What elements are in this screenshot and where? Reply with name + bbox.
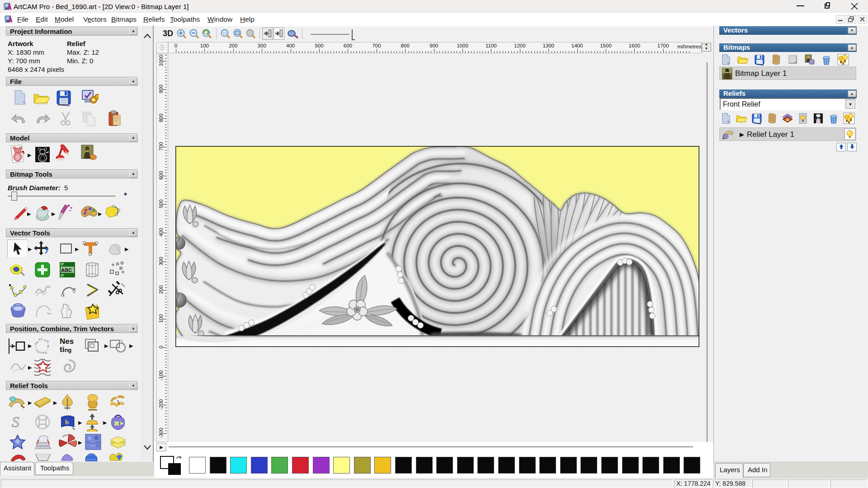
svg-text:ting: ting — [60, 345, 71, 354]
svg-text:1:1: 1:1 — [223, 32, 227, 35]
svg-text:o n: o n — [44, 338, 50, 343]
svg-text:S: S — [12, 413, 19, 430]
svg-text:r v e: r v e — [41, 351, 47, 354]
svg-text:b: b — [65, 418, 69, 426]
svg-text:+: + — [722, 136, 725, 141]
svg-text:x t: x t — [38, 337, 42, 341]
svg-text:c u: c u — [35, 348, 41, 353]
svg-text:Nes: Nes — [60, 337, 74, 346]
svg-text:ABC: ABC — [61, 267, 72, 273]
